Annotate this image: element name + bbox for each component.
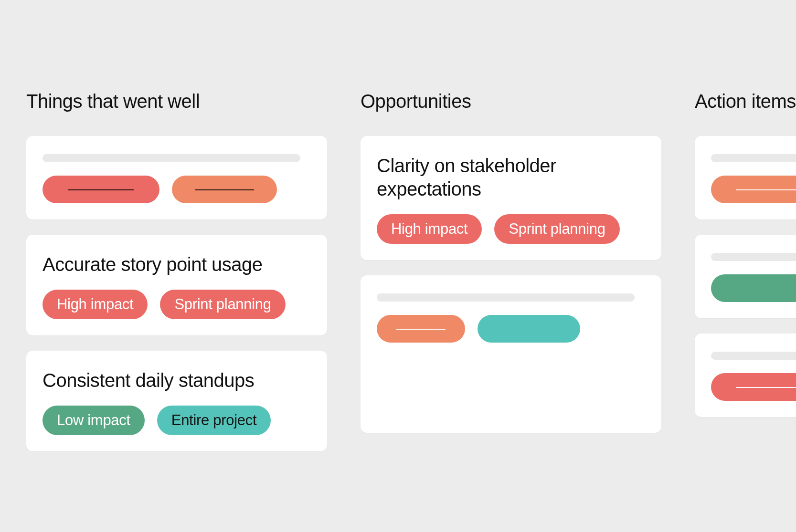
card[interactable]	[26, 136, 327, 219]
card[interactable]: Accurate story point usageHigh impactSpr…	[26, 235, 327, 335]
tag-row	[711, 274, 796, 302]
placeholder-text-line	[711, 154, 796, 162]
card[interactable]: Clarity on stakeholder expectationsHigh …	[361, 136, 661, 260]
tag-placeholder	[377, 315, 465, 343]
tag-row: High impactSprint planning	[377, 214, 645, 244]
placeholder-text-line	[711, 352, 796, 360]
card[interactable]	[361, 275, 661, 433]
tag[interactable]: Low impact	[42, 406, 145, 435]
card[interactable]	[695, 235, 796, 318]
column-title: Action items	[695, 91, 796, 112]
tag[interactable]: High impact	[377, 214, 482, 244]
tag-placeholder	[42, 176, 159, 203]
card[interactable]	[695, 334, 796, 417]
tag-row	[377, 315, 645, 343]
tag-row	[42, 176, 311, 203]
tag-placeholder	[711, 176, 796, 203]
column-opportunities: OpportunitiesClarity on stakeholder expe…	[361, 91, 661, 448]
placeholder-text-line	[42, 154, 300, 162]
tag[interactable]: Sprint planning	[494, 214, 619, 244]
placeholder-text-line	[377, 293, 635, 302]
tag-row	[711, 373, 796, 401]
card-title: Clarity on stakeholder expectations	[377, 154, 645, 201]
tag-row: High impactSprint planning	[42, 290, 311, 319]
card-title: Accurate story point usage	[42, 253, 311, 276]
tag[interactable]: Entire project	[157, 406, 271, 435]
tag-placeholder	[478, 315, 580, 343]
card-title: Consistent daily standups	[42, 369, 311, 392]
column-title: Things that went well	[26, 91, 327, 112]
placeholder-text-line	[711, 253, 796, 261]
tag-row	[711, 176, 796, 203]
column-went-well: Things that went wellAccurate story poin…	[26, 91, 327, 467]
tag-placeholder	[172, 176, 277, 203]
tag[interactable]: Sprint planning	[160, 290, 285, 319]
card[interactable]: Consistent daily standupsLow impactEntir…	[26, 351, 327, 451]
card[interactable]	[695, 136, 796, 219]
tag-placeholder	[711, 274, 796, 302]
tag-placeholder	[711, 373, 796, 401]
tag-row: Low impactEntire project	[42, 406, 311, 435]
column-action-items: Action items	[695, 91, 796, 432]
column-title: Opportunities	[361, 91, 661, 112]
retro-board: Things that went wellAccurate story poin…	[0, 0, 796, 467]
tag[interactable]: High impact	[42, 290, 148, 319]
